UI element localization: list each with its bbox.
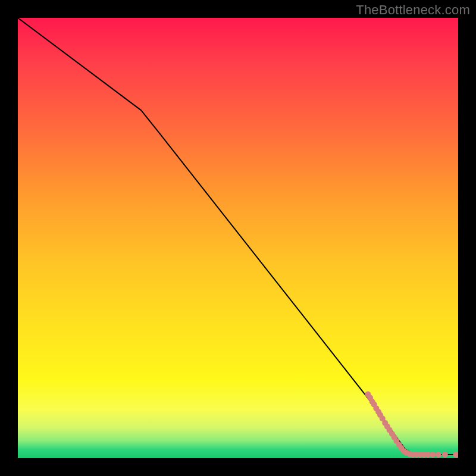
watermark-label: TheBottleneck.com bbox=[356, 2, 470, 18]
chart-frame: TheBottleneck.com bbox=[0, 0, 476, 476]
data-point bbox=[453, 452, 458, 458]
chart-svg bbox=[18, 18, 458, 458]
data-point bbox=[430, 452, 436, 458]
data-point bbox=[436, 452, 441, 458]
curve-line bbox=[18, 18, 458, 455]
plot-area bbox=[18, 18, 458, 458]
data-point bbox=[442, 452, 448, 458]
